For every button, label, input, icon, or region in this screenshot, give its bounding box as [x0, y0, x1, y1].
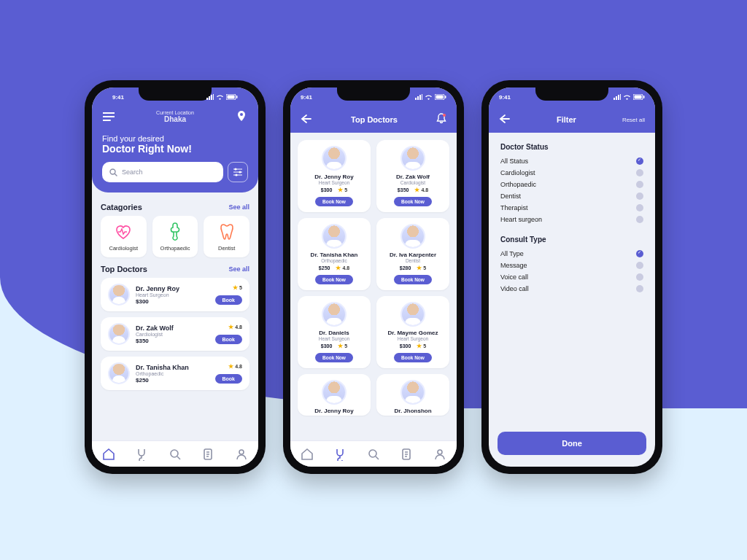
page-title: Top Doctors: [351, 115, 398, 124]
category-dentist[interactable]: Dentist: [204, 216, 249, 257]
avatar: [322, 380, 347, 405]
top-doctors-title: Top Doctors: [101, 265, 147, 273]
nav-records-icon[interactable]: [202, 448, 215, 461]
done-button[interactable]: Done: [498, 432, 646, 455]
doctor-card[interactable]: Dr. Mayme GomezHeart Surgeon$300★5Book N…: [376, 296, 449, 368]
star-icon: ★: [417, 265, 422, 271]
doctor-spec: Cardiologist: [400, 180, 425, 185]
filter-option[interactable]: Therapist: [500, 202, 643, 214]
categories-see-all[interactable]: See all: [228, 203, 249, 211]
star-icon: ★: [233, 284, 238, 291]
nav-records-icon[interactable]: [400, 448, 414, 461]
nav-search-icon[interactable]: [169, 448, 182, 461]
star-icon: ★: [338, 187, 343, 193]
filter-option[interactable]: Video call: [500, 283, 643, 295]
doctor-card[interactable]: Dr. Jenny Roy★Book Now: [298, 374, 371, 416]
search-icon: [109, 168, 117, 176]
doctor-row[interactable]: Dr. Zak Wolf Cardiologist $350 ★4.8 Book: [101, 317, 249, 351]
doctor-spec: Heart Surgeon: [398, 336, 428, 341]
book-now-button[interactable]: Book Now: [394, 197, 432, 206]
filter-option[interactable]: Dentist: [500, 190, 643, 202]
filter-option-label: All Status: [500, 158, 528, 165]
doctor-card[interactable]: Dr. Zak WolfCardiologist$350★4.8Book Now: [376, 140, 449, 212]
status-time: 9:41: [112, 94, 124, 101]
doctor-price: $300: [321, 187, 333, 192]
filter-option[interactable]: All Status: [500, 155, 643, 167]
avatar: [108, 362, 130, 384]
nav-search-icon[interactable]: [367, 448, 380, 461]
location-display[interactable]: Current Location Dhaka: [156, 110, 194, 123]
doctor-name: Dr. Zak Wolf: [396, 174, 430, 180]
doctor-card[interactable]: Dr. Jhonshon★Book Now: [376, 374, 449, 416]
battery-icon: [226, 94, 238, 100]
rating: ★5: [338, 343, 347, 349]
doctor-name: Dr. Jhonshon: [394, 408, 431, 414]
book-now-button[interactable]: Book Now: [315, 275, 353, 284]
back-icon[interactable]: [499, 113, 511, 126]
svg-point-8: [171, 450, 178, 457]
search-input[interactable]: Search: [102, 162, 223, 182]
nav-profile-icon[interactable]: [235, 448, 248, 461]
location-pin-icon[interactable]: [235, 110, 248, 123]
doctor-price: $280: [400, 265, 411, 271]
star-icon: ★: [228, 363, 233, 370]
reset-all[interactable]: Reset all: [622, 117, 645, 123]
doctor-name: Dr. Mayme Gomez: [388, 330, 438, 336]
filter-option[interactable]: Message: [500, 260, 643, 271]
book-button[interactable]: Book: [215, 295, 243, 305]
nav-doctors-icon[interactable]: [135, 448, 148, 461]
doctor-price: $300: [321, 343, 333, 349]
doctor-card[interactable]: Dr. Jenny RoyHeart Surgeon$300★5Book Now: [298, 140, 371, 212]
book-button[interactable]: Book: [215, 335, 243, 344]
book-button[interactable]: Book: [215, 374, 243, 384]
avatar: [400, 224, 425, 249]
bell-icon[interactable]: [436, 113, 446, 127]
hero-text: Find your desired Doctor Right Now!: [102, 134, 248, 155]
rating: ★4.8: [336, 265, 349, 271]
filter-option[interactable]: Voice call: [500, 271, 643, 283]
doctor-price: $300: [400, 343, 411, 349]
svg-point-5: [234, 168, 236, 170]
menu-icon[interactable]: [102, 110, 115, 123]
filter-button[interactable]: [228, 162, 248, 182]
nav-doctors-icon[interactable]: [333, 448, 347, 461]
category-orthopaedic[interactable]: Orthopaedic: [152, 216, 198, 257]
bone-icon: [165, 222, 185, 242]
phone-filter: 9:41 Filter Reset all Doctor Status All …: [481, 80, 662, 474]
book-now-button[interactable]: Book Now: [315, 197, 353, 206]
svg-point-17: [438, 450, 442, 454]
sliders-icon: [233, 168, 243, 176]
back-icon[interactable]: [301, 113, 312, 126]
doctor-row[interactable]: Dr. Tanisha Khan Orthopaedic $250 ★4.8 B…: [101, 357, 249, 390]
filter-option[interactable]: All Type: [500, 248, 643, 260]
nav-home-icon[interactable]: [301, 448, 314, 461]
filter-option[interactable]: Orthopaedic: [500, 179, 643, 190]
filter-option[interactable]: Cardiologist: [500, 167, 643, 179]
book-now-button[interactable]: Book Now: [315, 353, 353, 362]
doctor-spec: Heart Surgeon: [319, 180, 349, 185]
doctor-card[interactable]: Dr. DanielsHeart Surgeon$300★5Book Now: [298, 296, 371, 368]
avatar: [108, 284, 130, 306]
top-doctors-see-all[interactable]: See all: [228, 265, 249, 273]
radio-icon: [636, 285, 643, 292]
radio-icon: [636, 273, 643, 281]
doctor-card[interactable]: Dr. Tanisha KhanOrthopaedic$250★4.8Book …: [298, 218, 371, 290]
avatar: [108, 323, 130, 345]
doctor-row[interactable]: Dr. Jenny Roy Heart Surgeon $300 ★5 Book: [101, 278, 249, 311]
filter-option[interactable]: Heart surgeon: [500, 214, 643, 225]
signal-icon: [614, 94, 621, 100]
filter-option-label: All Type: [500, 250, 524, 257]
star-icon: ★: [228, 324, 233, 330]
nav-home-icon[interactable]: [102, 448, 115, 461]
bottom-nav: [290, 440, 457, 467]
doctor-card[interactable]: Dr. Iva KarpenterDentist$280★5Book Now: [376, 218, 449, 290]
book-now-button[interactable]: Book Now: [394, 353, 432, 362]
nav-profile-icon[interactable]: [433, 448, 446, 461]
radio-icon: [636, 169, 643, 176]
book-now-button[interactable]: Book Now: [394, 275, 432, 284]
category-cardiologist[interactable]: Cardiologist: [101, 216, 147, 257]
avatar: [322, 302, 347, 327]
heart-icon: [113, 222, 133, 242]
doctor-spec: Orthopaedic: [321, 258, 347, 263]
rating: ★4.8: [414, 187, 428, 193]
